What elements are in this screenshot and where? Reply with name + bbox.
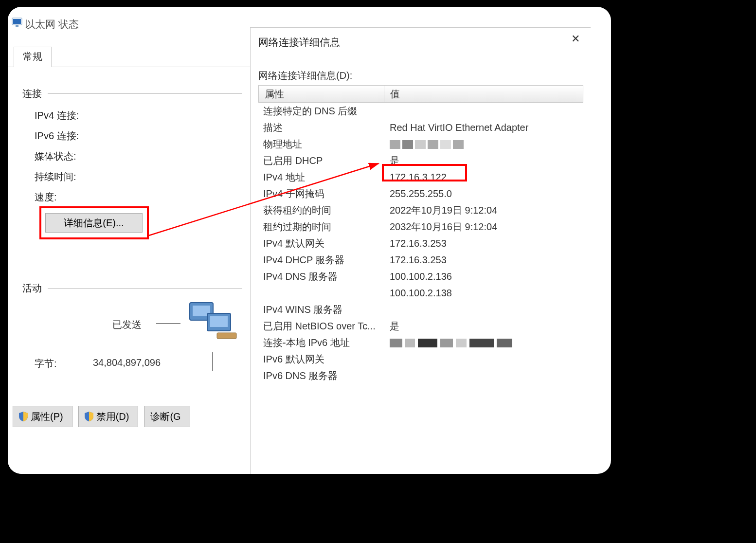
header-value[interactable]: 值 xyxy=(384,88,400,101)
value-cell: 100.100.2.136 xyxy=(384,271,452,282)
table-row[interactable]: IPv6 DNS 服务器 xyxy=(258,367,583,384)
property-cell: 已启用 DHCP xyxy=(258,154,384,167)
property-cell: IPv4 DHCP 服务器 xyxy=(258,253,384,267)
tab-bar: 常规 xyxy=(8,47,250,67)
properties-button[interactable]: 属性(P) xyxy=(13,406,72,427)
sent-label: 已发送 xyxy=(112,318,142,331)
diagnose-button-label: 诊断(G xyxy=(150,410,180,423)
table-row[interactable]: IPv4 子网掩码255.255.255.0 xyxy=(258,185,583,202)
value-cell: 2022年10月19日 9:12:04 xyxy=(384,204,497,217)
table-row[interactable]: 获得租约的时间2022年10月19日 9:12:04 xyxy=(258,202,583,218)
value-cell: 100.100.2.138 xyxy=(384,288,452,299)
value-cell: Red Hat VirtIO Ethernet Adapter xyxy=(384,122,528,133)
bytes-sent-value: 34,804,897,096 xyxy=(93,357,161,368)
ipv6-connection-label: IPv6 连接: xyxy=(35,129,79,143)
redacted-ipv6 xyxy=(390,339,512,347)
svg-rect-6 xyxy=(210,316,228,327)
value-cell xyxy=(384,337,512,348)
value-cell: 255.255.255.0 xyxy=(384,188,452,199)
property-cell: IPv4 WINS 服务器 xyxy=(258,303,384,316)
status-window-title: 以太网 状态 xyxy=(25,18,79,31)
svg-rect-2 xyxy=(16,25,18,27)
activity-separator xyxy=(212,352,213,371)
table-row[interactable]: 100.100.2.138 xyxy=(258,285,583,301)
table-row[interactable]: IPv6 默认网关 xyxy=(258,351,583,367)
ethernet-status-window: 以太网 状态 常规 连接 IPv4 连接: IPv6 连接: 媒体状态: 持续时… xyxy=(8,7,250,474)
activity-section-label: 活动 xyxy=(22,282,42,295)
disable-button[interactable]: 禁用(D) xyxy=(78,406,139,427)
value-cell: 172.16.3.253 xyxy=(384,254,447,266)
table-row[interactable]: 描述Red Hat VirtIO Ethernet Adapter xyxy=(258,119,583,136)
property-cell: IPv4 默认网关 xyxy=(258,237,384,250)
network-details-dialog: 网络连接详细信息 ✕ 网络连接详细信息(D): 属性 值 连接特定的 DNS 后… xyxy=(250,27,591,474)
property-cell: 连接特定的 DNS 后缀 xyxy=(258,105,384,118)
property-cell: 物理地址 xyxy=(258,138,384,151)
activity-divider xyxy=(48,288,242,289)
duration-label: 持续时间: xyxy=(35,170,76,183)
property-cell: 获得租约的时间 xyxy=(258,204,384,217)
details-dialog-title: 网络连接详细信息 xyxy=(258,36,340,49)
details-table-body: 连接特定的 DNS 后缀描述Red Hat VirtIO Ethernet Ad… xyxy=(258,103,583,384)
table-row[interactable]: 连接-本地 IPv6 地址 xyxy=(258,334,583,351)
value-cell: 2032年10月16日 9:12:04 xyxy=(384,220,497,234)
property-cell: 已启用 NetBIOS over Tc... xyxy=(258,320,384,333)
property-cell: 连接-本地 IPv6 地址 xyxy=(258,336,384,349)
diagnose-button[interactable]: 诊断(G xyxy=(144,406,190,427)
activity-dash-left xyxy=(156,323,180,324)
shield-icon xyxy=(19,412,28,421)
close-icon[interactable]: ✕ xyxy=(568,33,583,47)
table-row[interactable]: IPv4 WINS 服务器 xyxy=(258,301,583,318)
screenshot-canvas: 以太网 状态 常规 连接 IPv4 连接: IPv6 连接: 媒体状态: 持续时… xyxy=(8,7,611,474)
property-cell: IPv4 DNS 服务器 xyxy=(258,270,384,283)
svg-rect-1 xyxy=(13,19,21,24)
header-property[interactable]: 属性 xyxy=(259,86,384,102)
table-row[interactable]: 已启用 NetBIOS over Tc...是 xyxy=(258,318,583,334)
network-icon xyxy=(12,18,22,27)
table-row[interactable]: IPv4 默认网关172.16.3.253 xyxy=(258,235,583,252)
details-subtitle: 网络连接详细信息(D): xyxy=(258,69,352,82)
property-cell: 租约过期的时间 xyxy=(258,220,384,234)
details-table-header: 属性 值 xyxy=(258,85,583,103)
connection-section-label: 连接 xyxy=(22,87,42,100)
section-divider xyxy=(48,93,242,94)
property-cell: IPv6 DNS 服务器 xyxy=(258,369,384,382)
table-row[interactable]: 连接特定的 DNS 后缀 xyxy=(258,103,583,119)
table-row[interactable]: IPv4 DHCP 服务器172.16.3.253 xyxy=(258,252,583,268)
ipv4-connection-label: IPv4 连接: xyxy=(35,109,79,122)
value-cell xyxy=(384,139,464,150)
property-cell: 描述 xyxy=(258,121,384,134)
value-cell: 172.16.3.253 xyxy=(384,238,447,249)
property-cell: IPv4 地址 xyxy=(258,171,384,184)
tab-general[interactable]: 常规 xyxy=(14,47,52,67)
svg-rect-7 xyxy=(217,333,236,339)
ipv4-address-highlight xyxy=(382,164,467,181)
details-button-highlight xyxy=(39,206,149,239)
property-cell: IPv6 默认网关 xyxy=(258,353,384,366)
table-row[interactable]: IPv4 DNS 服务器100.100.2.136 xyxy=(258,268,583,285)
bytes-label: 字节: xyxy=(35,357,57,370)
properties-button-label: 属性(P) xyxy=(31,410,63,423)
disable-button-label: 禁用(D) xyxy=(96,410,129,423)
value-cell: 是 xyxy=(384,320,399,333)
computers-icon xyxy=(188,299,241,343)
property-cell: IPv4 子网掩码 xyxy=(258,187,384,200)
table-row[interactable]: 物理地址 xyxy=(258,136,583,152)
media-state-label: 媒体状态: xyxy=(35,150,76,163)
shield-icon xyxy=(85,412,93,421)
redacted-mac xyxy=(390,140,464,149)
speed-label: 速度: xyxy=(35,191,57,204)
table-row[interactable]: 租约过期的时间2032年10月16日 9:12:04 xyxy=(258,218,583,235)
